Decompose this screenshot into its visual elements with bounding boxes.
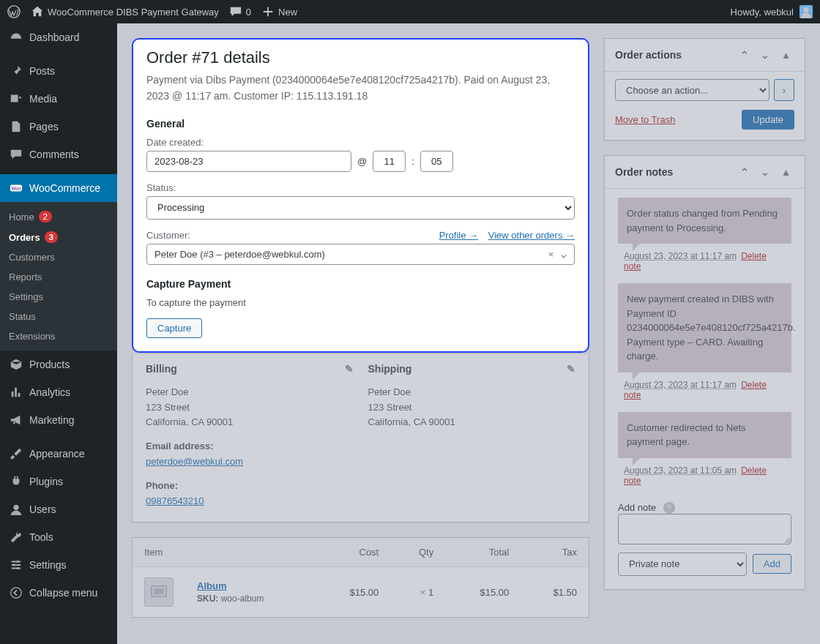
comments-link[interactable]: 0: [229, 5, 251, 18]
note-timestamp: August 23, 2023 at 11:17 am: [624, 251, 737, 261]
submenu-customers[interactable]: Customers: [0, 247, 117, 267]
at-symbol: @: [357, 156, 367, 167]
order-subtitle: Payment via Dibs Payment (0234000064e5e7…: [146, 72, 575, 105]
menu-users[interactable]: Users: [0, 495, 117, 523]
submenu-status[interactable]: Status: [0, 307, 117, 326]
general-heading: General: [146, 118, 575, 130]
profile-link[interactable]: Profile →: [439, 230, 478, 241]
page-icon: [9, 119, 23, 134]
order-note: Customer redirected to Nets payment page…: [618, 412, 791, 458]
new-label: New: [278, 7, 297, 18]
new-link[interactable]: New: [261, 5, 297, 18]
note-type-select[interactable]: Private note: [618, 553, 747, 576]
svg-point-1: [803, 7, 808, 12]
col-tax: Tax: [521, 538, 589, 567]
customer-select[interactable]: Peter Doe (#3 – peterdoe@webkul.com) × ⌵: [146, 244, 575, 265]
svg-rect-10: [154, 588, 164, 594]
menu-products[interactable]: Products: [0, 351, 117, 378]
add-note-button[interactable]: Add: [753, 554, 791, 574]
sku-label: SKU:: [197, 594, 218, 604]
actions-title: Order actions: [615, 49, 682, 61]
capture-heading: Capture Payment: [146, 278, 575, 290]
note-timestamp: August 23, 2023 at 11:17 am: [624, 380, 737, 390]
menu-analytics[interactable]: Analytics: [0, 378, 117, 406]
customer-label: Customer:: [146, 230, 190, 241]
order-date-input[interactable]: [146, 151, 351, 172]
menu-pages[interactable]: Pages: [0, 113, 117, 141]
move-up-icon[interactable]: ⌃: [736, 46, 753, 64]
move-down-icon[interactable]: ⌄: [756, 46, 774, 64]
menu-settings[interactable]: Settings: [0, 551, 117, 579]
order-status-select[interactable]: Processing: [146, 196, 575, 220]
billing-column: Billing✎ Peter Doe 123 Street California…: [146, 363, 354, 509]
submenu-reports[interactable]: Reports: [0, 267, 117, 287]
address-box: Billing✎ Peter Doe 123 Street California…: [132, 354, 589, 523]
menu-media[interactable]: Media: [0, 85, 117, 113]
menu-posts[interactable]: Posts: [0, 57, 117, 85]
menu-appearance[interactable]: Appearance: [0, 440, 117, 468]
order-notes-box: Order notes ⌃ ⌄ ▴ Order status changed f…: [604, 155, 805, 590]
menu-woocommerce[interactable]: WooWooCommerce: [0, 174, 117, 202]
site-link[interactable]: WooCommerce DIBS Payment Gateway: [31, 5, 219, 18]
notes-title: Order notes: [615, 166, 673, 178]
products-icon: [9, 357, 23, 372]
capture-desc: To capture the payment: [146, 297, 575, 308]
col-qty: Qty: [390, 538, 445, 567]
wp-logo[interactable]: [7, 5, 20, 18]
comment-count: 0: [246, 7, 251, 18]
help-icon[interactable]: ?: [663, 502, 675, 514]
dashboard-icon: [9, 30, 23, 45]
analytics-icon: [9, 385, 23, 400]
move-down-icon[interactable]: ⌄: [756, 163, 774, 181]
badge: 3: [45, 231, 58, 243]
collapse-panel-icon[interactable]: ▴: [777, 46, 794, 64]
move-up-icon[interactable]: ⌃: [736, 163, 753, 181]
clear-icon[interactable]: ×: [544, 249, 559, 260]
submenu-settings[interactable]: Settings: [0, 287, 117, 307]
note-textarea[interactable]: [618, 514, 791, 544]
order-details-box: Order #71 details Payment via Dibs Payme…: [132, 38, 589, 353]
submenu-orders[interactable]: Orders3: [0, 227, 117, 247]
other-orders-link[interactable]: View other orders →: [488, 230, 575, 241]
edit-shipping-icon[interactable]: ✎: [567, 363, 575, 375]
submenu-home[interactable]: Home2: [0, 206, 117, 227]
collapse-icon: [9, 585, 23, 600]
email-label: Email address:: [146, 441, 214, 452]
apply-action-button[interactable]: ›: [774, 79, 794, 101]
item-qty: 1: [428, 587, 433, 598]
comment-icon: [229, 5, 242, 18]
add-note-label: Add note: [618, 502, 656, 513]
menu-tools[interactable]: Tools: [0, 523, 117, 551]
menu-comments[interactable]: Comments: [0, 141, 117, 168]
shipping-city: California, CA 90001: [368, 416, 455, 427]
svg-point-5: [17, 561, 20, 564]
media-icon: [9, 91, 23, 106]
svg-point-8: [11, 588, 21, 598]
plugin-icon: [9, 474, 23, 489]
submenu-extensions[interactable]: Extensions: [0, 326, 117, 346]
collapse-panel-icon[interactable]: ▴: [777, 163, 794, 181]
capture-button[interactable]: Capture: [146, 318, 202, 338]
account-menu[interactable]: Howdy, webkul: [731, 5, 813, 18]
menu-plugins[interactable]: Plugins: [0, 468, 117, 495]
edit-billing-icon[interactable]: ✎: [345, 363, 354, 375]
order-hour-input[interactable]: [373, 151, 406, 172]
update-button[interactable]: Update: [742, 110, 794, 130]
collapse-menu[interactable]: Collapse menu: [0, 579, 117, 607]
menu-marketing[interactable]: Marketing: [0, 406, 117, 434]
order-action-select[interactable]: Choose an action...: [615, 79, 769, 101]
billing-email[interactable]: peterdoe@webkul.com: [146, 456, 243, 467]
order-minute-input[interactable]: [420, 151, 453, 172]
col-item: Item: [133, 538, 315, 567]
billing-name: Peter Doe: [146, 386, 189, 397]
billing-phone[interactable]: 09876543210: [146, 495, 204, 506]
sku-value: woo-album: [221, 594, 264, 604]
menu-dashboard[interactable]: Dashboard: [0, 23, 117, 51]
svg-point-4: [13, 505, 18, 510]
greeting: Howdy, webkul: [731, 7, 794, 18]
shipping-name: Peter Doe: [368, 386, 411, 397]
chevron-down-icon[interactable]: ⌵: [561, 249, 567, 260]
item-name-link[interactable]: Album: [197, 580, 226, 591]
marketing-icon: [9, 413, 23, 427]
move-to-trash-link[interactable]: Move to Trash: [615, 114, 675, 125]
